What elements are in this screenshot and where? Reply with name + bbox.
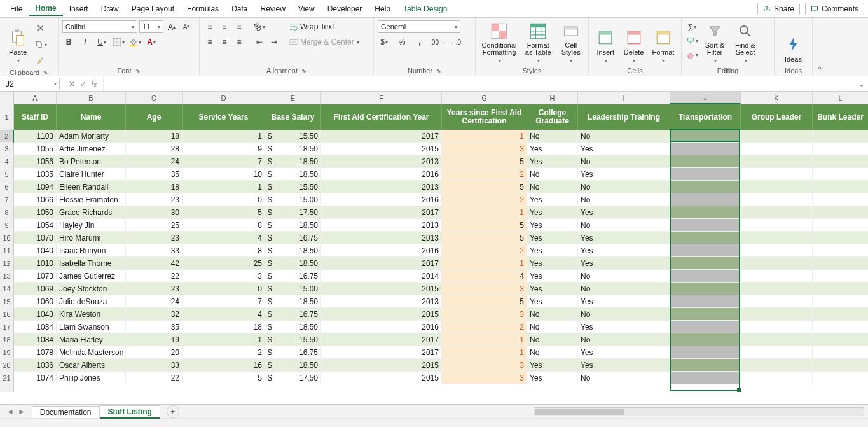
row-header-4[interactable]: 4 [0, 155, 14, 168]
cell[interactable] [670, 283, 741, 295]
cell[interactable] [741, 143, 813, 155]
cell[interactable] [813, 270, 868, 283]
decrease-decimal-button[interactable]: ←.0 [449, 36, 462, 48]
cell[interactable] [813, 168, 868, 181]
cell[interactable]: 1094 [14, 181, 57, 193]
cell[interactable]: $18.50 [265, 321, 321, 333]
cell[interactable]: Isabella Thorne [57, 257, 126, 270]
column-header-C[interactable]: C [126, 92, 183, 104]
cell[interactable]: 7 [183, 155, 265, 168]
cell[interactable] [813, 143, 868, 155]
column-header-J[interactable]: J [670, 92, 741, 104]
cell[interactable]: Maria Flatley [57, 333, 126, 346]
increase-indent-button[interactable]: ⇥ [268, 36, 280, 48]
cell[interactable] [670, 359, 741, 372]
tab-help[interactable]: Help [368, 3, 397, 15]
cell[interactable] [741, 372, 813, 384]
format-cells-button[interactable]: Format▾ [649, 19, 677, 64]
cell[interactable]: 35 [126, 168, 183, 181]
cell[interactable]: 2 [183, 346, 265, 359]
cell[interactable]: 19 [126, 333, 183, 346]
cell[interactable] [741, 193, 813, 206]
clear-button[interactable]: ▾ [685, 48, 698, 61]
tab-review[interactable]: Review [254, 3, 291, 15]
cell[interactable]: 5 [183, 372, 265, 384]
conditional-formatting-button[interactable]: Conditional Formatting▾ [479, 19, 519, 64]
cell[interactable] [813, 333, 868, 346]
cell[interactable]: Yes [527, 257, 578, 270]
cell[interactable]: 30 [126, 206, 183, 219]
cell[interactable]: $18.50 [265, 359, 321, 372]
underline-button[interactable]: U▾ [95, 36, 108, 48]
cell[interactable]: Isaac Runyon [57, 244, 126, 257]
cell[interactable]: 20 [126, 346, 183, 359]
cell[interactable]: Eileen Randall [57, 181, 126, 193]
cell[interactable]: 7 [183, 295, 265, 308]
font-color-button[interactable]: A▾ [145, 36, 158, 48]
cell[interactable]: 1 [183, 130, 265, 143]
table-header-H[interactable]: College Graduate [527, 104, 578, 130]
cell[interactable]: Yes [527, 244, 578, 257]
italic-button[interactable]: I [79, 36, 92, 48]
table-header-L[interactable]: Bunk Leader [813, 104, 868, 130]
cell[interactable]: Claire Hunter [57, 168, 126, 181]
cell[interactable] [741, 257, 813, 270]
cell[interactable]: Bo Peterson [57, 155, 126, 168]
cell[interactable]: Julio deSouza [57, 295, 126, 308]
cell[interactable]: $15.50 [265, 181, 321, 193]
cell[interactable]: 1084 [14, 333, 57, 346]
cell[interactable]: Yes [527, 143, 578, 155]
cell[interactable]: 4 [442, 270, 527, 283]
copy-button[interactable]: ▾ [34, 38, 47, 51]
cell[interactable]: 2017 [321, 206, 442, 219]
cell[interactable]: 2015 [321, 359, 442, 372]
cell[interactable] [813, 295, 868, 308]
cell[interactable]: 35 [126, 321, 183, 333]
cell[interactable]: 23 [126, 232, 183, 244]
cell[interactable]: 1 [442, 257, 527, 270]
cell[interactable]: Yes [527, 219, 578, 232]
cell[interactable]: Yes [527, 206, 578, 219]
comma-format-button[interactable]: , [413, 36, 426, 48]
cell[interactable]: 25 [126, 219, 183, 232]
tab-developer[interactable]: Developer [321, 3, 369, 15]
cell[interactable] [741, 168, 813, 181]
cell[interactable]: $16.75 [265, 346, 321, 359]
cell[interactable]: 2017 [321, 257, 442, 270]
cell[interactable]: 18 [126, 181, 183, 193]
cell[interactable]: $17.50 [265, 206, 321, 219]
cell[interactable]: $15.00 [265, 283, 321, 295]
cell[interactable]: 2013 [321, 181, 442, 193]
cell[interactable] [813, 372, 868, 384]
cell[interactable]: 2 [442, 244, 527, 257]
collapse-ribbon-button[interactable]: ^ [813, 18, 827, 76]
cell[interactable] [741, 219, 813, 232]
row-header-17[interactable]: 17 [0, 321, 14, 333]
comments-button[interactable]: Comments [805, 3, 864, 15]
cell[interactable]: 10 [183, 168, 265, 181]
cell[interactable]: Yes [527, 372, 578, 384]
cell[interactable]: 24 [126, 155, 183, 168]
cell[interactable]: 2017 [321, 130, 442, 143]
cell[interactable]: 5 [183, 206, 265, 219]
prev-sheet-button[interactable]: ◄ [6, 407, 14, 416]
new-sheet-button[interactable]: + [167, 405, 179, 418]
cut-button[interactable] [34, 22, 47, 34]
cell[interactable]: Philip Jones [57, 372, 126, 384]
tab-view[interactable]: View [292, 3, 321, 15]
borders-button[interactable]: ▾ [112, 36, 125, 48]
column-header-B[interactable]: B [57, 92, 126, 104]
cell[interactable] [741, 244, 813, 257]
cell[interactable] [741, 270, 813, 283]
cell[interactable]: James Gutierrez [57, 270, 126, 283]
cell[interactable] [741, 130, 813, 143]
cell[interactable] [670, 346, 741, 359]
cell[interactable]: 1050 [14, 206, 57, 219]
tab-insert[interactable]: Insert [63, 3, 95, 15]
tab-formulas[interactable]: Formulas [181, 3, 225, 15]
cell[interactable]: 22 [126, 270, 183, 283]
cell[interactable]: Yes [578, 321, 670, 333]
dialog-launcher-icon[interactable]: ⬊ [43, 69, 48, 76]
cell[interactable]: Yes [578, 232, 670, 244]
cell[interactable]: $17.50 [265, 372, 321, 384]
